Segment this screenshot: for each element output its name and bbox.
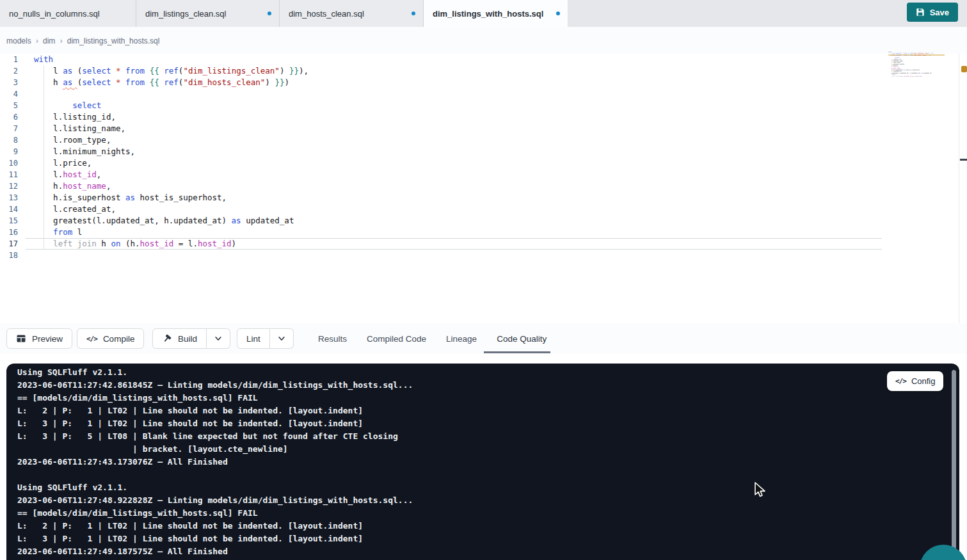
code-line[interactable] (34, 250, 308, 261)
line-number: 4 (0, 88, 18, 100)
code-token: h (97, 239, 111, 248)
code-line[interactable]: l.minimum_nights, (34, 146, 308, 157)
overview-ruler-divider (959, 54, 959, 323)
preview-label: Preview (32, 334, 63, 344)
file-tab-label: no_nulls_in_columns.sql (9, 9, 100, 19)
code-line[interactable]: l.room_type, (34, 134, 308, 146)
code-token: as (125, 193, 135, 202)
editor-minimap[interactable]: with l as (select * from {{ ref("dim_lis… (888, 51, 945, 78)
breadcrumb-item[interactable]: dim (43, 36, 55, 45)
code-line[interactable]: h as (select * from {{ ref("dim_hosts_cl… (34, 77, 308, 88)
file-tab[interactable]: dim_hosts_clean.sql (280, 0, 424, 27)
panel-tab-code-quality[interactable]: Code Quality (497, 334, 547, 344)
code-token: as (63, 66, 72, 76)
code-line[interactable]: l.price, (34, 157, 308, 169)
minimap-token: host_id (906, 76, 912, 77)
line-number: 2 (0, 65, 18, 77)
code-token: select (72, 100, 101, 110)
minimap-token: h (888, 54, 893, 56)
terminal-scrollbar[interactable] (952, 370, 956, 560)
code-token: host_id (198, 239, 232, 248)
code-token: }} (289, 66, 299, 76)
minimap-line (888, 77, 945, 78)
code-token: l.price, (34, 158, 92, 168)
code-token: ref (164, 66, 179, 76)
code-line[interactable]: h.host_name, (34, 180, 308, 192)
build-dropdown-button[interactable] (207, 328, 230, 349)
code-token: l.listing_id, (34, 112, 116, 122)
file-tab[interactable]: dim_listings_clean.sql (136, 0, 280, 27)
code-line[interactable]: h.is_superhost as host_is_superhost, (34, 192, 308, 204)
code-token: * (116, 66, 121, 76)
save-button[interactable]: Save (907, 3, 958, 22)
unsaved-changes-dot (556, 12, 560, 15)
table-icon (16, 333, 26, 344)
code-token: , (97, 170, 102, 179)
code-line[interactable]: select (34, 100, 308, 111)
line-number: 5 (0, 100, 18, 111)
breadcrumb-item[interactable]: models (6, 36, 31, 45)
code-token: host_id (63, 170, 97, 179)
code-line[interactable] (34, 88, 308, 100)
code-token (145, 66, 150, 76)
code-token: host_id (140, 239, 174, 248)
line-number: 3 (0, 77, 18, 88)
compile-label: Compile (103, 334, 135, 344)
file-tab-label: dim_hosts_clean.sql (289, 9, 364, 19)
code-token: l.minimum_nights, (34, 147, 135, 156)
file-tab-bar: no_nulls_in_columns.sqldim_listings_clea… (0, 0, 967, 27)
line-number: 7 (0, 123, 18, 134)
breadcrumb-item[interactable]: dim_listings_with_hosts.sql (67, 36, 160, 45)
mouse-cursor (754, 482, 768, 499)
code-token: l (72, 227, 82, 237)
terminal-output: Using SQLFluff v2.1.1. 2023-06-06T11:27:… (17, 366, 413, 558)
lint-button[interactable]: Lint (237, 328, 270, 349)
file-tab[interactable]: no_nulls_in_columns.sql (0, 0, 136, 27)
code-token: * (116, 77, 121, 87)
code-token: l. (34, 170, 63, 179)
code-line[interactable]: with (34, 54, 308, 65)
unsaved-changes-dot (268, 12, 271, 15)
line-number: 13 (0, 192, 18, 204)
code-token: = l. (173, 239, 198, 248)
config-button[interactable]: </> Config (887, 371, 943, 391)
preview-button[interactable]: Preview (6, 328, 72, 349)
code-token: with (34, 54, 53, 64)
code-token: from (125, 77, 145, 87)
code-token: ) (280, 66, 289, 76)
minimap-token: ), (932, 52, 934, 54)
line-number: 14 (0, 204, 18, 215)
code-line[interactable]: greatest(l.updated_at, h.updated_at) as … (34, 215, 308, 227)
code-line[interactable]: l.listing_name, (34, 123, 308, 134)
code-line[interactable]: l as (select * from {{ ref("dim_listings… (34, 65, 308, 77)
lint-dropdown-button[interactable] (270, 328, 294, 349)
minimap-token: "dim_hosts_clean" (913, 54, 927, 56)
code-token: left join (34, 239, 97, 248)
code-line[interactable]: l.host_id, (34, 169, 308, 180)
chevron-down-icon (214, 334, 223, 343)
code-line[interactable]: l.created_at, (34, 204, 308, 215)
panel-tab-lineage[interactable]: Lineage (446, 334, 477, 344)
compile-button[interactable]: </> Compile (77, 328, 144, 349)
file-tab[interactable]: dim_listings_with_hosts.sql (424, 0, 568, 27)
code-token: {{ (150, 77, 159, 87)
build-button[interactable]: Build (152, 328, 207, 349)
code-token: host_name (63, 181, 106, 191)
line-number: 10 (0, 157, 18, 169)
code-token (121, 77, 126, 87)
line-number: 1 (0, 54, 18, 65)
ruler-cursor-marker (960, 159, 967, 161)
code-token: h.is_superhost (34, 193, 125, 202)
code-line[interactable]: left join h on (h.host_id = l.host_id) (34, 238, 308, 250)
code-line[interactable]: l.listing_id, (34, 111, 308, 123)
panel-tab-compiled-code[interactable]: Compiled Code (367, 334, 426, 344)
code-editor[interactable]: 123456789101112131415161718 with l as (s… (0, 54, 967, 323)
code-line[interactable]: from l (34, 227, 308, 238)
code-token: l.room_type, (34, 135, 111, 145)
code-token: }} (275, 77, 284, 87)
panel-tab-results[interactable]: Results (318, 334, 347, 344)
editor-code-area[interactable]: with l as (select * from {{ ref("dim_lis… (34, 54, 308, 261)
minimap-token: updated_at (923, 72, 932, 74)
breadcrumb-separator: › (36, 36, 38, 45)
minimap-token: host_is_superhost, (905, 69, 920, 70)
